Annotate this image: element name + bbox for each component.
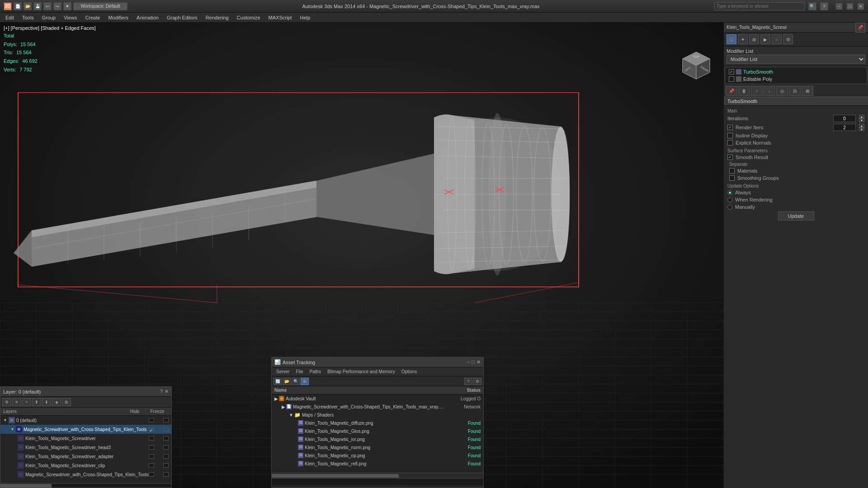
stack-collapse-to-btn[interactable]: ⊟ <box>789 86 801 96</box>
layer-btn4[interactable]: ⬆ <box>32 398 41 406</box>
open-btn[interactable]: 📂 <box>24 2 32 10</box>
asset-row-file[interactable]: ▶ 📄 Magnetic_Screwdriver_with_Cross-Shap… <box>272 403 483 411</box>
asset-scroll-thumb-h[interactable] <box>272 474 399 478</box>
iterations-up-btn[interactable]: ▲ <box>859 115 864 118</box>
stack-pin-btn[interactable]: 📌 <box>726 86 737 96</box>
menu-views[interactable]: Views <box>60 14 80 21</box>
layer-settings-btn[interactable]: ⚙ <box>2 398 11 406</box>
layer-row-obj3[interactable]: ○ Klein_Tools_Magnetic_Screwdriver_adapt… <box>0 452 171 461</box>
menu-customize[interactable]: Customize <box>233 14 264 21</box>
asset-row-op[interactable]: 🖼 Klein_Tools_Magnetic_op.png Found <box>272 451 483 460</box>
asset-row-refl[interactable]: 🖼 Klein_Tools_Magnetic_refl.png Found <box>272 460 483 468</box>
save-btn[interactable]: 💾 <box>33 2 42 10</box>
update-button[interactable]: Update <box>778 211 814 221</box>
turbosmooth-checkbox[interactable]: ✓ <box>729 69 734 75</box>
menu-graph-editors[interactable]: Graph Editors <box>163 14 201 21</box>
obj1-hide-box[interactable] <box>149 436 154 441</box>
menu-edit[interactable]: Edit <box>2 14 18 21</box>
search-icon[interactable]: 🔍 <box>808 2 816 10</box>
minimize-btn[interactable]: − <box>835 3 843 10</box>
obj3-freeze-box[interactable] <box>163 454 169 459</box>
modifier-editable-poly[interactable]: Editable Poly <box>726 75 866 83</box>
undo-btn[interactable]: ↩ <box>43 2 52 10</box>
layer-row-obj4[interactable]: ○ Klein_Tools_Magnetic_Screwdriver_clip <box>0 461 171 470</box>
asset-btn2[interactable]: 📂 <box>283 378 291 385</box>
rp-icon-motion[interactable]: ▶ <box>760 34 770 44</box>
layer-default-hide-box[interactable] <box>149 418 154 422</box>
asset-row-ior[interactable]: 🖼 Klein_Tools_Magnetic_ior.png Found <box>272 435 483 443</box>
asset-row-maps[interactable]: ▼ 📁 Maps / Shaders <box>272 411 483 419</box>
layer-group-expand[interactable]: ▼ <box>10 427 16 432</box>
menu-help[interactable]: Help <box>297 14 314 21</box>
file-expand[interactable]: ▶ <box>282 404 285 409</box>
asset-menu-bitmap[interactable]: Bitmap Performance and Memory <box>325 369 398 375</box>
render-iters-down-btn[interactable]: ▼ <box>859 127 864 131</box>
maximize-btn[interactable]: □ <box>846 3 854 10</box>
layer-row-obj2[interactable]: ○ Klein_Tools_Magnetic_Screwdriver_head3 <box>0 443 171 452</box>
obj4-hide-box[interactable] <box>149 463 154 468</box>
asset-settings-btn[interactable]: ⚙ <box>473 378 481 385</box>
stack-make-unique-btn[interactable]: ◎ <box>776 86 788 96</box>
render-iters-checkbox[interactable]: ✓ <box>727 125 733 130</box>
iterations-down-btn[interactable]: ▼ <box>859 118 864 122</box>
when-rendering-radio[interactable] <box>727 197 732 202</box>
rp-icon-shape[interactable]: ⬡ <box>726 34 736 44</box>
materials-checkbox[interactable] <box>729 168 735 174</box>
layer-default-freeze-box[interactable] <box>163 418 169 422</box>
maps-expand[interactable]: ▼ <box>289 413 293 418</box>
close-btn[interactable]: ✕ <box>857 3 864 10</box>
options-btn[interactable]: ▼ <box>63 2 71 10</box>
layer-row-group[interactable]: ▼ ▣ Magnetic_Screwdriver_with_Cross-Shap… <box>0 425 171 434</box>
smoothing-groups-checkbox[interactable] <box>729 175 735 181</box>
stack-down-btn[interactable]: ↓ <box>764 86 775 96</box>
layer-add-btn[interactable]: + <box>22 398 31 406</box>
obj2-hide-box[interactable] <box>149 445 154 450</box>
menu-maxscript[interactable]: MAXScript <box>265 14 296 21</box>
help-btn[interactable]: ? <box>820 2 828 10</box>
modifier-list-dropdown[interactable]: Modifier List <box>726 55 865 64</box>
asset-btn1[interactable]: 🔄 <box>274 378 282 385</box>
asset-row-norm[interactable]: 🖼 Klein_Tools_Magnetic_norm.png Found <box>272 443 483 451</box>
smooth-result-checkbox[interactable]: ✓ <box>727 155 733 160</box>
stack-delete-btn[interactable]: 🗑 <box>738 86 750 96</box>
asset-btn3[interactable]: 🔍 <box>292 378 300 385</box>
isoline-checkbox[interactable] <box>727 133 733 138</box>
asset-panel-minimize[interactable]: − <box>467 359 470 365</box>
menu-modifiers[interactable]: Modifiers <box>104 14 132 21</box>
layer-btn6[interactable]: ◈ <box>52 398 61 406</box>
layer-panel-close[interactable]: ✕ <box>165 389 169 394</box>
render-iters-input[interactable]: 2 <box>833 124 856 131</box>
obj3-hide-box[interactable] <box>149 454 154 459</box>
asset-btn4[interactable]: ⊞ <box>301 378 309 385</box>
layer-scroll-thumb[interactable] <box>0 484 52 488</box>
layer-btn5[interactable]: ⬇ <box>42 398 51 406</box>
layer-default-expand[interactable]: ▼ <box>3 418 9 422</box>
turbosmooth-section-header[interactable]: TurboSmooth <box>724 97 868 106</box>
menu-group[interactable]: Group <box>38 14 60 21</box>
menu-rendering[interactable]: Rendering <box>202 14 232 21</box>
asset-row-diffuze[interactable]: 🖼 Klein_Tools_Magnetic_diffuze.png Found <box>272 419 483 427</box>
manually-radio[interactable] <box>727 205 732 210</box>
vault-expand[interactable]: ▶ <box>274 396 278 401</box>
obj5-freeze-box[interactable] <box>163 472 169 477</box>
rp-pin-btn[interactable]: 📌 <box>855 23 865 33</box>
layer-group-hide-box[interactable]: ✓ <box>149 427 154 432</box>
stack-collapse-all-btn[interactable]: ⊠ <box>802 86 813 96</box>
asset-menu-paths[interactable]: Paths <box>307 369 324 375</box>
layer-row-obj5[interactable]: ○ Magnetic_Screwdriver_with_Cross-Shaped… <box>0 470 171 479</box>
asset-menu-server[interactable]: Server <box>274 369 292 375</box>
asset-menu-file[interactable]: File <box>293 369 306 375</box>
render-iters-up-btn[interactable]: ▲ <box>859 124 864 127</box>
workspace-dropdown[interactable]: Workspace: Default <box>73 2 127 10</box>
obj1-freeze-box[interactable] <box>163 436 169 441</box>
rp-icon-util[interactable]: ⚙ <box>783 34 793 44</box>
layer-row-obj1[interactable]: ○ Klein_Tools_Magnetic_Screwdriver <box>0 434 171 443</box>
obj4-freeze-box[interactable] <box>163 463 169 468</box>
asset-panel-maximize[interactable]: □ <box>472 359 475 365</box>
asset-scrollbar-h[interactable] <box>272 473 483 478</box>
layer-delete-btn[interactable]: ✕ <box>12 398 21 406</box>
layer-group-freeze-box[interactable] <box>163 427 169 432</box>
rp-icon-hier[interactable]: ⊞ <box>749 34 759 44</box>
always-radio[interactable] <box>727 190 732 195</box>
rp-icon-mod[interactable]: ✦ <box>738 34 748 44</box>
